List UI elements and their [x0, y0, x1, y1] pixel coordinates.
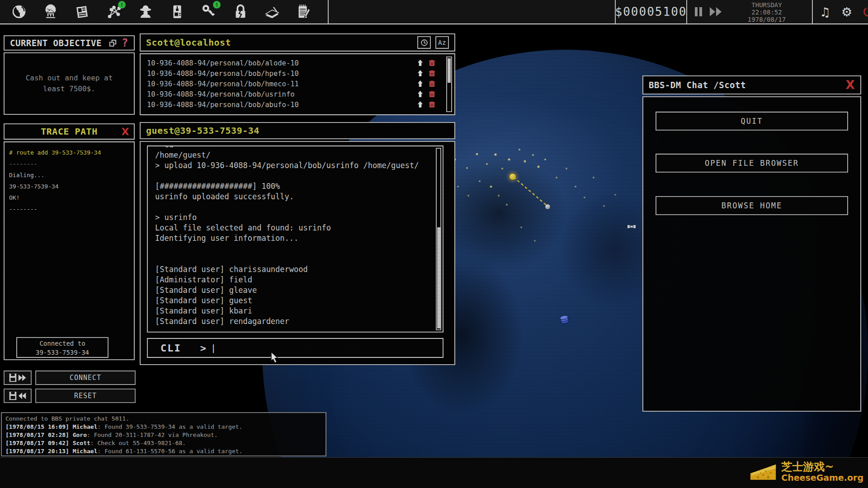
save-route-button[interactable] [4, 371, 32, 385]
terminal-line: /home/guest/ [155, 150, 443, 160]
bbs-panel-body [642, 96, 861, 412]
quit-button[interactable]: QUIT [656, 112, 848, 131]
terminal-line: [Standard user] kbari [155, 306, 443, 316]
trash-icon [429, 80, 435, 87]
upload-arrow-icon [417, 101, 423, 108]
terminal-scrollbar[interactable] [436, 148, 441, 330]
notepad-icon [295, 3, 312, 20]
world-map-button[interactable] [10, 3, 28, 21]
connect-label: CONNECT [70, 374, 101, 382]
bottom-bar [0, 457, 868, 488]
music-icon: ♫ [820, 5, 830, 19]
popout-button[interactable] [108, 39, 117, 47]
connect-button[interactable]: CONNECT [35, 371, 136, 385]
weekday-label: THURSDAY [726, 1, 807, 9]
terminal-line: Local file selected and found: usrinfo [155, 223, 443, 233]
cracker-button[interactable] [231, 3, 250, 21]
brand-site: CheeseGame.org [781, 473, 863, 483]
upload-file-button[interactable] [416, 59, 424, 66]
music-button[interactable]: ♫ [817, 4, 833, 19]
objective-text: Cash out and keep at least 7500$. [13, 73, 126, 94]
delete-file-button[interactable] [428, 59, 435, 66]
dossier-button[interactable] [168, 3, 186, 21]
keys-button[interactable]: ! [200, 3, 218, 21]
brand-name: 芝士游戏~ [781, 461, 863, 473]
notification-badge: ! [118, 1, 126, 9]
reset-label: RESET [74, 392, 97, 400]
chat-line: [1978/08/17 09:42] Scott: Check out 55-4… [5, 439, 322, 447]
missions-button[interactable]: ! [105, 3, 123, 21]
watermark: 芝士游戏~ CheeseGame.org [750, 461, 863, 483]
terminal-line: [####################] 100% [155, 181, 443, 192]
bank-button[interactable] [42, 3, 60, 21]
trace-route-line [510, 174, 555, 212]
delete-file-button[interactable] [428, 80, 435, 87]
news-button[interactable] [73, 3, 91, 21]
trace-panel-body: # route add 39-533-7539-34 -------- Dial… [4, 141, 135, 360]
file-row[interactable]: 10-936-4088-94/personal/bob/usrinfo [141, 89, 454, 99]
bbs-panel-title: BBS-DM Chat /Scott X [642, 75, 861, 94]
satellite-icon[interactable] [627, 223, 636, 231]
cli-label: CLI [160, 343, 181, 354]
sort-az-button[interactable]: Az [435, 36, 449, 49]
file-panel-body: 10-936-4088-94/personal/bob/alode-10 10-… [140, 53, 455, 115]
file-scrollbar-thumb[interactable] [448, 58, 451, 83]
terminal-line: [Standard user] rendagardener [155, 316, 443, 327]
terminal-line: [Standard user] guest [155, 296, 443, 306]
browse-home-button[interactable]: BROWSE HOME [656, 196, 848, 215]
hacker-button[interactable] [137, 3, 155, 21]
upload-file-button[interactable] [416, 70, 424, 77]
delete-file-button[interactable] [428, 70, 435, 77]
chat-line: [1978/08/15 16:09] Michael: Found 39-533… [5, 423, 322, 431]
open-file-browser-button[interactable]: OPEN FILE BROWSER [656, 154, 848, 173]
upload-arrow-icon [417, 91, 423, 98]
terminal-line: [Standard user] charissaunderwood [155, 264, 443, 275]
chat-line: [1978/08/17 02:28] Goro: Found 20-311-17… [5, 431, 322, 439]
sort-time-button[interactable] [417, 36, 431, 49]
file-row[interactable]: 10-936-4088-94/personal/bob/alode-10 [141, 58, 454, 68]
trash-icon [429, 91, 435, 98]
fast-forward-button[interactable] [708, 3, 723, 21]
connected-label: Connected to [17, 339, 108, 348]
connected-status: Connected to 39-533-7539-34 [16, 337, 108, 358]
terminal-line [155, 171, 443, 181]
terminal-line [155, 244, 443, 254]
reset-button[interactable]: RESET [35, 389, 136, 403]
browse-home-label: BROWSE HOME [722, 201, 783, 210]
file-row[interactable]: 10-936-4088-94/personal/bob/abufo-10 [141, 99, 454, 110]
objective-panel-title: CURRENT OBJECTIVE ? [4, 35, 135, 51]
terminal-output[interactable]: > cd /home/guest/ > upload 10-936-4088-9… [147, 145, 443, 333]
date-label: 1978/08/17 [726, 16, 807, 23]
quit-label: QUIT [741, 117, 763, 126]
trash-icon [429, 101, 435, 108]
notes-button[interactable] [295, 3, 313, 21]
load-route-button[interactable] [4, 389, 32, 403]
pause-button[interactable] [693, 3, 704, 21]
spy-icon [137, 3, 154, 20]
upload-file-button[interactable] [416, 90, 424, 98]
sort-az-label: Az [438, 39, 446, 46]
terminal-scrollbar-thumb[interactable] [437, 227, 440, 328]
world-icon [10, 3, 28, 20]
file-scrollbar[interactable] [446, 56, 452, 112]
upload-file-button[interactable] [416, 80, 424, 87]
bbs-close-button[interactable]: X [845, 78, 855, 92]
terminal-line: [Standard user] gleave [155, 285, 443, 296]
file-row[interactable]: 10-936-4088-94/personal/bob/hmeco-11 [141, 79, 454, 89]
help-button[interactable]: ? [122, 37, 128, 49]
learning-button[interactable] [263, 3, 281, 21]
delete-file-button[interactable] [428, 90, 435, 98]
trace-close-button[interactable]: X [122, 126, 129, 137]
power-button[interactable] [861, 4, 868, 19]
delete-file-button[interactable] [428, 101, 435, 108]
open-file-browser-label: OPEN FILE BROWSER [705, 159, 799, 168]
upload-file-button[interactable] [416, 101, 424, 108]
cli-prompt: > [200, 343, 206, 354]
cli-input-bar[interactable]: CLI > | [147, 338, 443, 358]
cli-text-cursor: | [211, 343, 216, 353]
trash-icon [429, 70, 435, 77]
terminal-line: [Administrator] field [155, 275, 443, 285]
settings-button[interactable]: ⚙ [839, 4, 854, 19]
file-row[interactable]: 10-936-4088-94/personal/bob/hpefs-10 [141, 68, 454, 79]
trace-title-label: TRACE PATH [41, 126, 97, 137]
